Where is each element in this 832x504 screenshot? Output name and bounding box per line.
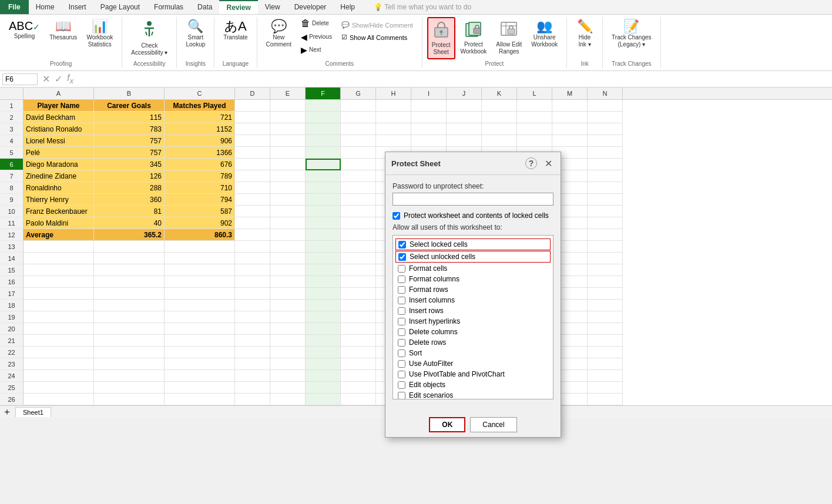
list-item[interactable] (94, 311, 165, 323)
list-item[interactable]: 587 (165, 206, 235, 217)
list-item[interactable] (94, 323, 165, 335)
list-item[interactable]: 365.2 (94, 229, 165, 241)
list-item[interactable] (24, 382, 94, 394)
list-item[interactable] (270, 147, 306, 159)
permission-checkbox[interactable] (398, 328, 405, 336)
list-item[interactable] (341, 123, 376, 135)
list-item[interactable]: Cristiano Ronaldo (24, 123, 94, 135)
tab-developer[interactable]: Developer (287, 0, 334, 14)
list-item[interactable] (24, 323, 94, 335)
formula-bar-fn[interactable]: fx (67, 73, 73, 85)
list-item[interactable]: 721 (165, 112, 235, 123)
list-item[interactable] (341, 323, 376, 335)
list-item[interactable]: Diego Maradona (24, 159, 94, 170)
list-item[interactable] (235, 394, 270, 405)
formula-input[interactable] (76, 74, 830, 85)
permission-checkbox[interactable] (398, 381, 405, 389)
permission-checkbox[interactable] (398, 297, 405, 304)
col-e[interactable]: E (270, 88, 306, 99)
list-item[interactable] (411, 123, 447, 135)
list-item[interactable] (235, 323, 270, 335)
list-item[interactable] (411, 135, 447, 147)
list-item[interactable] (306, 135, 341, 147)
list-item[interactable] (341, 135, 376, 147)
sheet-tab-1[interactable]: Sheet1 (15, 407, 51, 417)
smart-lookup-button[interactable]: 🔍 Smart Lookup (182, 17, 209, 51)
list-item[interactable] (341, 382, 376, 394)
col-l[interactable]: L (517, 88, 552, 99)
list-item[interactable] (235, 123, 270, 135)
list-item[interactable] (341, 370, 376, 382)
formula-bar-cancel[interactable]: ✕ (42, 73, 50, 85)
list-item[interactable]: 1152 (165, 123, 235, 135)
list-item[interactable] (270, 394, 306, 405)
col-n[interactable]: N (588, 88, 623, 99)
allow-edit-ranges-button[interactable]: Allow Edit Ranges (492, 17, 526, 58)
list-item[interactable] (482, 135, 517, 147)
list-item[interactable] (306, 147, 341, 159)
list-item[interactable] (235, 194, 270, 206)
col-a[interactable]: A (24, 88, 94, 99)
list-item[interactable] (235, 206, 270, 217)
list-item[interactable] (411, 112, 447, 123)
list-item[interactable] (341, 264, 376, 276)
cell-ref-input[interactable]: F6 (2, 73, 38, 85)
list-item[interactable] (94, 347, 165, 358)
list-item[interactable] (588, 100, 623, 112)
list-item[interactable] (94, 288, 165, 300)
list-item[interactable]: Lionel Messi (24, 135, 94, 147)
list-item[interactable]: 40 (94, 217, 165, 229)
list-item[interactable] (24, 253, 94, 264)
list-item[interactable] (306, 253, 341, 264)
cancel-button[interactable]: Cancel (470, 417, 516, 418)
list-item[interactable] (235, 170, 270, 182)
list-item[interactable] (588, 311, 623, 323)
list-item[interactable] (270, 135, 306, 147)
list-item[interactable] (165, 311, 235, 323)
list-item[interactable] (165, 288, 235, 300)
list-item[interactable] (235, 382, 270, 394)
list-item[interactable] (165, 370, 235, 382)
permission-checkbox[interactable] (398, 350, 405, 357)
list-item[interactable] (270, 300, 306, 311)
tab-file[interactable]: File (0, 0, 29, 14)
list-item[interactable] (24, 311, 94, 323)
list-item[interactable] (306, 123, 341, 135)
track-changes-button[interactable]: 📝 Track Changes (Legacy) ▾ (608, 17, 655, 51)
list-item[interactable] (306, 288, 341, 300)
list-item[interactable] (341, 311, 376, 323)
list-item[interactable] (235, 182, 270, 194)
permission-checkbox[interactable] (398, 275, 405, 283)
list-item[interactable] (376, 112, 411, 123)
protect-workbook-button[interactable]: Protect Workbook (457, 17, 491, 58)
thesaurus-button[interactable]: 📖 Thesaurus (45, 17, 81, 44)
list-item[interactable]: 860.3 (165, 229, 235, 241)
list-item[interactable] (94, 253, 165, 264)
permission-item[interactable]: Edit scenarios (395, 390, 551, 399)
permission-item[interactable]: Select locked cells (395, 238, 551, 250)
list-item[interactable] (270, 170, 306, 182)
list-item[interactable] (165, 253, 235, 264)
list-item[interactable] (235, 311, 270, 323)
permission-item[interactable]: Delete columns (395, 327, 551, 337)
permission-item[interactable]: Insert hyperlinks (395, 316, 551, 327)
col-c[interactable]: C (165, 88, 235, 99)
list-item[interactable] (24, 300, 94, 311)
list-item[interactable] (235, 300, 270, 311)
list-item[interactable]: 345 (94, 159, 165, 170)
list-item[interactable] (447, 100, 482, 112)
list-item[interactable] (588, 347, 623, 358)
list-item[interactable] (270, 112, 306, 123)
list-item[interactable] (306, 100, 341, 112)
list-item[interactable] (24, 264, 94, 276)
permission-checkbox[interactable] (398, 241, 406, 248)
list-item[interactable] (341, 253, 376, 264)
list-item[interactable]: 676 (165, 159, 235, 170)
list-item[interactable] (235, 264, 270, 276)
col-f[interactable]: F (306, 88, 341, 99)
new-comment-button[interactable]: 💬 New Comment (262, 17, 296, 51)
list-item[interactable] (235, 159, 270, 170)
list-item[interactable] (24, 370, 94, 382)
list-item[interactable] (235, 229, 270, 241)
list-item[interactable] (165, 276, 235, 288)
